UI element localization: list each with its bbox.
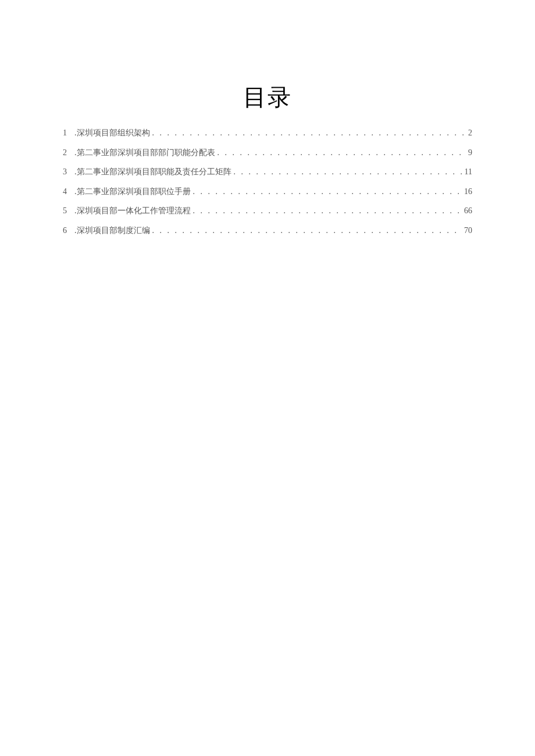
toc-entry-page: 16 [464,186,472,198]
toc-entry: 3 .第二事业部深圳项目部职能及责任分工矩阵 11 [63,166,472,178]
toc-entry-number: 4 [63,186,74,198]
toc-entry-number: 3 [63,166,74,178]
toc-entry-number: 1 [63,127,74,139]
toc-entry-label: .深圳项目部制度汇编 [74,225,150,237]
toc-entry: 2 .第二事业部深圳项目部部门职能分配表 9 [63,147,472,159]
toc-entry-page: 70 [464,225,472,237]
toc-entry-label: .深圳项目部一体化工作管理流程 [74,205,191,217]
toc-entry-label: .第二事业部深圳项目部部门职能分配表 [74,147,215,159]
toc-leader-dots [193,186,462,198]
toc-leader-dots [152,127,466,139]
toc-entry: 4 .第二事业部深圳项目部职位手册 16 [63,186,472,198]
toc-leader-dots [234,166,462,178]
toc-leader-dots [217,147,466,159]
toc-leader-dots [152,225,462,237]
toc-entry-number: 6 [63,225,74,237]
toc-entry-label: .深圳项目部组织架构 [74,127,150,139]
toc-entry-number: 5 [63,205,74,217]
toc-entry-page: 66 [464,205,472,217]
toc-entry: 1 .深圳项目部组织架构 2 [63,127,472,139]
toc-entry-page: 11 [465,166,472,178]
toc-entry-label: .第二事业部深圳项目部职能及责任分工矩阵 [74,166,231,178]
toc-entry-number: 2 [63,147,74,159]
toc-leader-dots [193,205,462,217]
table-of-contents: 1 .深圳项目部组织架构 2 2 .第二事业部深圳项目部部门职能分配表 9 3 … [63,127,472,237]
document-page: 目录 1 .深圳项目部组织架构 2 2 .第二事业部深圳项目部部门职能分配表 9… [0,0,535,237]
toc-entry: 5 .深圳项目部一体化工作管理流程 66 [63,205,472,217]
toc-entry: 6 .深圳项目部制度汇编 70 [63,225,472,237]
toc-entry-page: 9 [468,147,472,159]
toc-entry-page: 2 [468,127,472,139]
page-title: 目录 [63,81,472,113]
toc-entry-label: .第二事业部深圳项目部职位手册 [74,186,191,198]
